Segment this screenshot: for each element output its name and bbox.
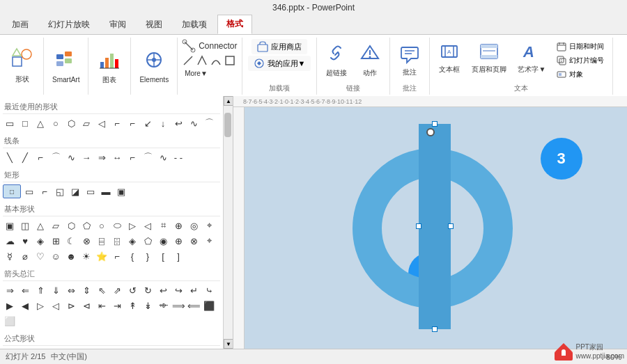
form-1[interactable]: +	[3, 348, 17, 349]
shape-curve-l[interactable]: ↙	[141, 116, 155, 130]
line-straight[interactable]: ╲	[3, 150, 17, 164]
basic-37[interactable]: {	[125, 249, 139, 263]
shape-arr-bl[interactable]: ↩	[171, 116, 185, 130]
tab-slideshow[interactable]: 幻灯片放映	[39, 15, 99, 34]
basic-16[interactable]: ♥	[18, 234, 32, 248]
arr-12[interactable]: ↪	[171, 283, 185, 297]
line-darr[interactable]: ↔	[110, 150, 124, 164]
arr-18[interactable]: ◁	[49, 299, 63, 312]
rect-snip2[interactable]: ◪	[68, 184, 82, 198]
line-arr2[interactable]: ⇒	[95, 150, 109, 164]
arr-24[interactable]: ↡	[141, 299, 155, 312]
shape-circle[interactable]: ○	[49, 116, 63, 130]
line-free[interactable]: ∿	[64, 150, 78, 164]
line-conn3[interactable]: ∿	[156, 150, 170, 164]
arr-11[interactable]: ↩	[156, 283, 170, 297]
basic-38[interactable]: }	[141, 249, 155, 263]
rect-snip[interactable]: ⌐	[38, 184, 52, 198]
arr-15[interactable]: ▶	[3, 299, 17, 312]
arr-6[interactable]: ⇕	[79, 283, 93, 297]
arr-14[interactable]: ⤷	[202, 283, 216, 297]
basic-35[interactable]: ⭐	[95, 249, 109, 263]
conn-icon-4[interactable]	[224, 54, 236, 67]
basic-36[interactable]: ⌐	[110, 249, 124, 263]
tab-jiahua[interactable]: 加画	[3, 15, 38, 34]
arr-17[interactable]: ▷	[33, 299, 47, 312]
form-6[interactable]: ≠	[79, 348, 93, 349]
scroll-down-button[interactable]: ▼	[224, 339, 233, 349]
arr-4[interactable]: ⇓	[49, 283, 63, 297]
line-zig1[interactable]: ╱	[18, 150, 32, 164]
basic-15[interactable]: ☁	[3, 234, 17, 248]
basic-28[interactable]: ⌖	[202, 234, 216, 248]
arr-29[interactable]: ⬜	[3, 314, 17, 328]
wordart-button[interactable]: A 艺术字▼	[513, 39, 550, 82]
rect-plain[interactable]: □	[3, 184, 21, 198]
shape-langle[interactable]: ⌐	[110, 116, 124, 130]
basic-5[interactable]: ⬡	[64, 219, 78, 232]
arr-8[interactable]: ⇗	[110, 283, 124, 297]
shape-wave[interactable]: ∿	[187, 116, 201, 130]
basic-25[interactable]: ◉	[156, 234, 170, 248]
myapp-button[interactable]: 我的应用▼	[248, 56, 311, 71]
smartart-button[interactable]: SmartArt	[48, 46, 84, 86]
tab-view[interactable]: 视图	[137, 15, 171, 34]
basic-6[interactable]: ⬠	[79, 219, 93, 232]
headerfooter-button[interactable]: 页眉和页脚	[467, 39, 511, 82]
basic-1[interactable]: ▣	[3, 219, 17, 232]
line-conn2[interactable]: ⌒	[141, 150, 155, 164]
shape-para[interactable]: ▱	[79, 116, 93, 130]
elements-button[interactable]: Elements	[135, 46, 173, 86]
shape-rect[interactable]: ▭	[3, 116, 17, 130]
scroll-thumb[interactable]	[224, 113, 231, 137]
line-curve1[interactable]: ⌒	[49, 150, 63, 164]
basic-8[interactable]: ⬭	[110, 219, 124, 232]
shape-arr-down[interactable]: ↓	[156, 116, 170, 130]
basic-31[interactable]: ♡	[33, 249, 47, 263]
tab-addins[interactable]: 加载项	[173, 15, 216, 34]
arr-21[interactable]: ⇤	[95, 299, 109, 312]
datetime-button[interactable]: 日期和时间	[552, 40, 608, 53]
basic-3[interactable]: △	[33, 219, 47, 232]
basic-33[interactable]: ☻	[64, 249, 78, 263]
conn-icon-3[interactable]	[210, 54, 222, 67]
basic-11[interactable]: ⌗	[156, 219, 170, 232]
basic-29[interactable]: ☿	[3, 249, 17, 263]
connector-button[interactable]: Connector	[182, 39, 237, 53]
arr-26[interactable]: ⟹	[171, 299, 185, 312]
arr-16[interactable]: ◀	[18, 299, 32, 312]
line-conn1[interactable]: ⌐	[125, 150, 139, 164]
hyperlink-button[interactable]: 超链接	[321, 40, 352, 81]
basic-19[interactable]: ☾	[64, 234, 78, 248]
arr-22[interactable]: ⇥	[110, 299, 124, 312]
rect-dbl[interactable]: ▬	[99, 184, 113, 198]
shapes-panel[interactable]: ▲ ▼ 最近使用的形状 ▭ □ △ ○ ⬡ ▱ ◁ ⌐ ⌐	[0, 96, 233, 349]
shape-hex[interactable]: ⬡	[64, 116, 78, 130]
conn-icon-2[interactable]	[196, 54, 208, 67]
form-2[interactable]: −	[18, 348, 32, 349]
line-dotted[interactable]: - -	[171, 150, 185, 164]
form-4[interactable]: ÷	[49, 348, 63, 349]
line-arr1[interactable]: →	[79, 150, 93, 164]
slide-canvas[interactable]: 2 3	[245, 107, 627, 349]
tab-review[interactable]: 审阅	[100, 15, 135, 34]
form-3[interactable]: ×	[33, 348, 47, 349]
arr-20[interactable]: ⊲	[79, 299, 93, 312]
basic-24[interactable]: ⬠	[141, 234, 155, 248]
form-5[interactable]: =	[64, 348, 78, 349]
shape-rtri[interactable]: ◁	[95, 116, 109, 130]
shape-square[interactable]: □	[18, 116, 32, 130]
basic-22[interactable]: ⌹	[110, 234, 124, 248]
shape-tri[interactable]: △	[33, 116, 47, 130]
shape-button[interactable]: 形状	[6, 45, 39, 87]
basic-4[interactable]: ▱	[49, 219, 63, 232]
basic-7[interactable]: ○	[95, 219, 109, 232]
object-button[interactable]: 对象	[552, 68, 608, 81]
chart-button[interactable]: 图表	[93, 45, 126, 88]
basic-27[interactable]: ⊗	[187, 234, 201, 248]
basic-20[interactable]: ⊗	[79, 234, 93, 248]
arr-7[interactable]: ⇖	[95, 283, 109, 297]
arr-27[interactable]: ⟸	[187, 299, 201, 312]
canvas-area[interactable]: 8·7·6·5·4·3·2·1·0·1·2·3·4·5·6·7·8·9·10·1…	[233, 96, 627, 349]
arr-1[interactable]: ⇒	[3, 283, 17, 297]
